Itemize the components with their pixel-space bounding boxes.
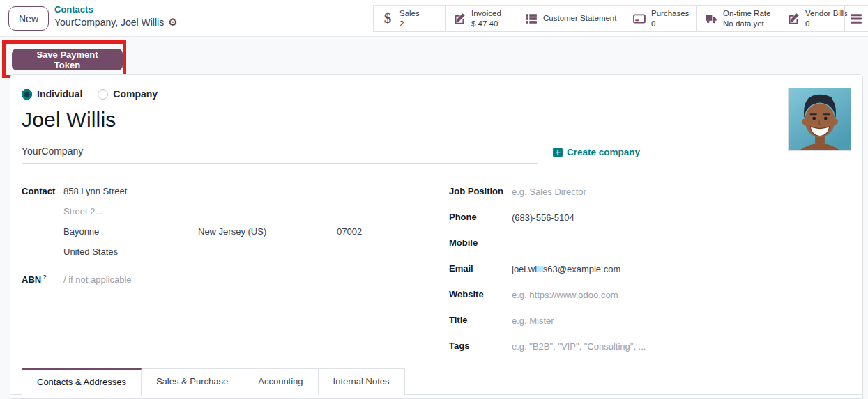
street-input[interactable]: 858 Lynn Street bbox=[63, 186, 127, 196]
street2-input[interactable]: Street 2... bbox=[63, 206, 102, 217]
breadcrumb-contacts-link[interactable]: Contacts bbox=[54, 4, 178, 16]
list-icon bbox=[523, 13, 540, 25]
company-type-radios: Individual Company bbox=[22, 88, 158, 100]
job-position-label: Job Position bbox=[449, 186, 503, 196]
notebook-tabs: Contacts & Addresses Sales & Purchase Ac… bbox=[10, 368, 862, 395]
form-sheet: Individual Company Joel Willis YourCompa… bbox=[10, 74, 863, 399]
stat-button-sales[interactable]: $ Sales 2 bbox=[374, 6, 445, 31]
breadcrumb-record-name: YourCompany, Joel Willis bbox=[54, 16, 164, 29]
new-button[interactable]: New bbox=[8, 6, 49, 31]
email-label: Email bbox=[449, 263, 473, 274]
title-label: Title bbox=[449, 315, 468, 325]
highlight-annotation-box: Save Payment Token bbox=[2, 40, 126, 78]
stat-value: No data yet bbox=[723, 19, 770, 29]
stat-value: 2 bbox=[399, 19, 420, 29]
stat-button-invoiced[interactable]: Invoiced $ 47.40 bbox=[445, 6, 517, 31]
job-position-input[interactable]: e.g. Sales Director bbox=[512, 187, 586, 197]
save-payment-token-button[interactable]: Save Payment Token bbox=[12, 49, 123, 70]
control-panel: New Contacts YourCompany, Joel Willis ⚙ … bbox=[0, 0, 868, 37]
email-input[interactable]: joel.willis63@example.com bbox=[512, 264, 620, 274]
stat-label: Vendor Bills bbox=[805, 8, 848, 19]
dollar-icon: $ bbox=[379, 10, 396, 27]
stat-label: Invoiced bbox=[471, 8, 501, 19]
stat-label: Sales bbox=[399, 8, 420, 19]
radio-company-label: Company bbox=[113, 88, 158, 100]
plus-icon bbox=[553, 148, 563, 157]
tab-accounting[interactable]: Accounting bbox=[243, 368, 318, 395]
radio-individual[interactable]: Individual bbox=[22, 88, 82, 100]
company-name-input[interactable]: YourCompany bbox=[22, 146, 538, 164]
stat-button-on-time-rate[interactable]: On-time Rate No data yet bbox=[696, 6, 779, 31]
avatar[interactable] bbox=[788, 88, 851, 151]
tags-label: Tags bbox=[449, 341, 469, 351]
radio-checked-icon bbox=[22, 89, 32, 100]
abn-input[interactable]: / if not applicable bbox=[63, 274, 132, 285]
create-company-link[interactable]: Create company bbox=[553, 147, 640, 157]
stat-button-vendor-bills[interactable]: Vendor Bills 0 bbox=[779, 6, 844, 31]
mobile-label: Mobile bbox=[449, 237, 478, 248]
contact-name-input[interactable]: Joel Willis bbox=[22, 108, 116, 132]
radio-unchecked-icon bbox=[98, 89, 108, 100]
state-select[interactable]: New Jersey (US) bbox=[198, 226, 266, 237]
stat-label: On-time Rate bbox=[723, 8, 770, 19]
website-label: Website bbox=[449, 289, 484, 299]
stat-button-customer-statement[interactable]: Customer Statement bbox=[517, 6, 625, 31]
edit-icon bbox=[785, 13, 802, 25]
odoo-contact-form-screen: New Contacts YourCompany, Joel Willis ⚙ … bbox=[0, 0, 868, 399]
edit-icon bbox=[451, 13, 468, 25]
stat-value: 0 bbox=[805, 19, 848, 29]
tab-contacts-addresses[interactable]: Contacts & Addresses bbox=[22, 368, 142, 396]
radio-company[interactable]: Company bbox=[98, 88, 158, 100]
country-select[interactable]: United States bbox=[63, 247, 118, 257]
stat-buttons-bar: $ Sales 2 Invoiced $ 47.40 bbox=[373, 5, 868, 32]
more-stats-menu-button[interactable] bbox=[844, 6, 868, 31]
stat-button-purchases[interactable]: Purchases 0 bbox=[625, 6, 696, 31]
help-icon[interactable]: ? bbox=[43, 274, 47, 281]
website-input[interactable]: e.g. https://www.odoo.com bbox=[512, 290, 618, 300]
create-company-label: Create company bbox=[567, 147, 640, 157]
tags-input[interactable]: e.g. "B2B", "VIP", "Consulting", ... bbox=[512, 341, 646, 352]
abn-label: ABN? bbox=[22, 274, 47, 285]
phone-label: Phone bbox=[449, 212, 477, 222]
stat-value: $ 47.40 bbox=[471, 19, 501, 29]
stat-label: Purchases bbox=[651, 8, 689, 19]
tab-sales-purchase[interactable]: Sales & Purchase bbox=[142, 368, 243, 395]
radio-individual-label: Individual bbox=[37, 88, 82, 100]
stat-label: Customer Statement bbox=[543, 13, 616, 24]
gear-icon[interactable]: ⚙ bbox=[168, 17, 177, 27]
contact-address-label: Contact bbox=[22, 186, 55, 196]
truck-icon bbox=[703, 13, 719, 25]
title-input[interactable]: e.g. Mister bbox=[512, 315, 554, 326]
city-input[interactable]: Bayonne bbox=[63, 226, 99, 237]
credit-card-icon bbox=[631, 13, 648, 25]
phone-input[interactable]: (683)-556-5104 bbox=[512, 212, 574, 223]
stat-value: 0 bbox=[651, 19, 689, 29]
zip-input[interactable]: 07002 bbox=[337, 226, 362, 237]
tab-internal-notes[interactable]: Internal Notes bbox=[319, 368, 405, 395]
breadcrumb: Contacts YourCompany, Joel Willis ⚙ bbox=[54, 4, 178, 29]
hamburger-icon bbox=[848, 13, 865, 24]
